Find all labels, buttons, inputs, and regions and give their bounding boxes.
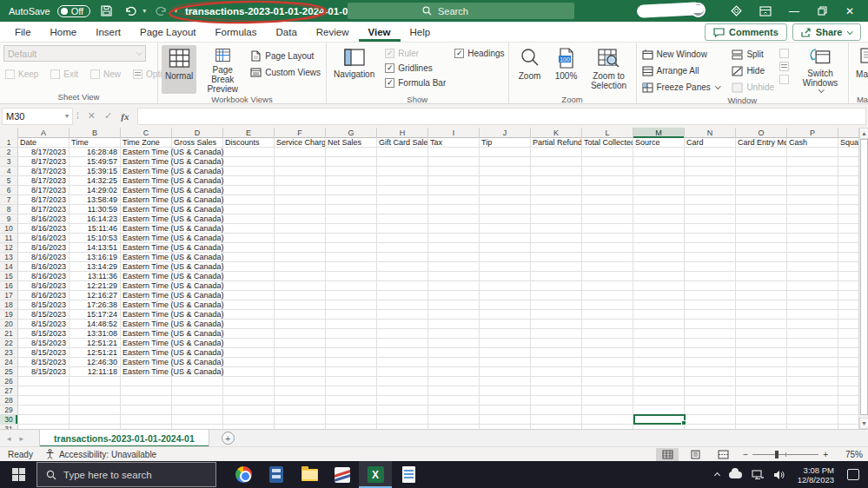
grid-cell[interactable]	[582, 224, 633, 234]
grid-cell[interactable]	[685, 186, 736, 195]
grid-cell[interactable]	[685, 339, 736, 348]
grid-cell[interactable]: Gift Card Sales	[377, 138, 428, 148]
grid-cell[interactable]: Gross Sales	[172, 138, 223, 148]
grid-cell[interactable]	[582, 186, 633, 195]
grid-cell[interactable]	[70, 396, 121, 406]
grid-cell[interactable]	[531, 377, 582, 386]
grid-cell[interactable]	[531, 291, 582, 300]
row-header-18[interactable]: 18	[0, 300, 18, 310]
grid-cell[interactable]	[736, 253, 787, 262]
grid-cell[interactable]	[787, 214, 838, 224]
grid-cell[interactable]	[428, 195, 480, 205]
grid-cell[interactable]	[275, 157, 326, 167]
grid-cell[interactable]	[326, 214, 377, 224]
grid-cell[interactable]	[582, 148, 633, 157]
grid-cell[interactable]	[736, 396, 787, 406]
grid-cell[interactable]	[326, 157, 377, 167]
grid-cell[interactable]	[223, 262, 275, 272]
column-header-F[interactable]: F	[275, 128, 326, 138]
sheet-view-dropdown[interactable]: Default	[3, 45, 146, 62]
grid-cell[interactable]	[480, 148, 531, 157]
grid-cell[interactable]	[736, 214, 787, 224]
grid-cell[interactable]	[326, 281, 377, 291]
scroll-down-icon[interactable]: ▼	[859, 418, 868, 429]
grid-cell[interactable]	[377, 234, 428, 243]
grid-cell[interactable]	[326, 339, 377, 348]
grid-cell[interactable]: Eastern Time (US & Canada)	[121, 262, 172, 272]
grid-cell[interactable]	[531, 348, 582, 358]
grid-cell[interactable]	[685, 300, 736, 310]
grid-cell[interactable]	[428, 291, 480, 300]
grid-cell[interactable]	[326, 253, 377, 262]
grid-cell[interactable]	[223, 320, 275, 329]
grid-cell[interactable]	[838, 348, 858, 358]
grid-cell[interactable]	[736, 186, 787, 195]
grid-cell[interactable]	[787, 329, 838, 339]
grid-cell[interactable]	[480, 195, 531, 205]
grid-cell[interactable]	[582, 348, 633, 358]
zoom-in-icon[interactable]: +	[823, 450, 828, 459]
mail-icon[interactable]	[326, 461, 359, 488]
scroll-up-icon[interactable]: ▲	[859, 128, 868, 139]
undo-icon[interactable]	[122, 3, 139, 20]
grid-cell[interactable]	[428, 205, 480, 214]
column-header-E[interactable]: E	[223, 128, 275, 138]
column-header-G[interactable]: G	[326, 128, 377, 138]
grid-cell[interactable]	[838, 310, 858, 320]
split-button[interactable]: Split	[730, 47, 776, 62]
grid-cell[interactable]	[275, 406, 326, 415]
grid-cell[interactable]	[480, 281, 531, 291]
row-header-15[interactable]: 15	[0, 272, 18, 281]
grid-cell[interactable]	[428, 186, 480, 195]
ribbon-tab-formulas[interactable]: Formulas	[206, 22, 267, 42]
grid-cell[interactable]	[531, 167, 582, 176]
grid-cell[interactable]	[428, 300, 480, 310]
grid-cell[interactable]	[326, 367, 377, 377]
formula-input[interactable]	[137, 108, 866, 125]
grid-cell[interactable]	[223, 415, 275, 425]
grid-cell[interactable]	[685, 167, 736, 176]
grid-cell[interactable]	[736, 348, 787, 358]
grid-cell[interactable]	[838, 291, 858, 300]
grid-cell[interactable]	[326, 310, 377, 320]
grid-cell[interactable]: 15:49:57	[70, 157, 121, 167]
grid-cell[interactable]	[275, 234, 326, 243]
row-header-4[interactable]: 4	[0, 167, 18, 176]
grid-cell[interactable]: Squa	[838, 138, 858, 148]
grid-cell[interactable]: Partial Refunds	[531, 138, 582, 148]
grid-cell[interactable]	[531, 415, 582, 425]
headings-checkbox[interactable]: ✓ Headings	[454, 47, 504, 59]
grid-cell[interactable]	[633, 300, 685, 310]
column-header-B[interactable]: B	[70, 128, 121, 138]
insert-function-icon[interactable]: fx	[121, 111, 129, 122]
column-header-partial[interactable]	[838, 128, 858, 138]
grid-cell[interactable]: 8/16/2023	[18, 291, 70, 300]
grid-cell[interactable]: Eastern Time (US & Canada)	[121, 310, 172, 320]
grid-cell[interactable]	[480, 167, 531, 176]
row-header-29[interactable]: 29	[0, 406, 18, 415]
grid-cell[interactable]	[838, 148, 858, 157]
grid-cell[interactable]	[172, 415, 223, 425]
switch-windows-button[interactable]: Switch Windows	[796, 45, 845, 94]
grid-cell[interactable]	[736, 339, 787, 348]
status-normal-view-button[interactable]	[656, 448, 679, 461]
grid-cell[interactable]: 13:16:19	[70, 253, 121, 262]
grid-cell[interactable]	[326, 272, 377, 281]
grid-cell[interactable]: Discounts	[223, 138, 275, 148]
grid-cell[interactable]	[531, 272, 582, 281]
grid-cell[interactable]: 14:13:51	[70, 243, 121, 253]
grid-cell[interactable]	[223, 167, 275, 176]
grid-cell[interactable]	[787, 377, 838, 386]
grid-cell[interactable]	[480, 310, 531, 320]
grid-cell[interactable]	[223, 358, 275, 367]
grid-cell[interactable]	[428, 320, 480, 329]
grid-cell[interactable]	[685, 348, 736, 358]
navigation-button[interactable]: Navigation	[330, 45, 378, 94]
grid-cell[interactable]	[275, 281, 326, 291]
grid-cell[interactable]: Eastern Time (US & Canada)	[121, 358, 172, 367]
grid-cell[interactable]	[377, 358, 428, 367]
grid-cell[interactable]	[428, 310, 480, 320]
grid-cell[interactable]: Eastern Time (US & Canada)	[121, 167, 172, 176]
speaker-icon[interactable]	[773, 470, 785, 480]
grid-cell[interactable]	[223, 253, 275, 262]
